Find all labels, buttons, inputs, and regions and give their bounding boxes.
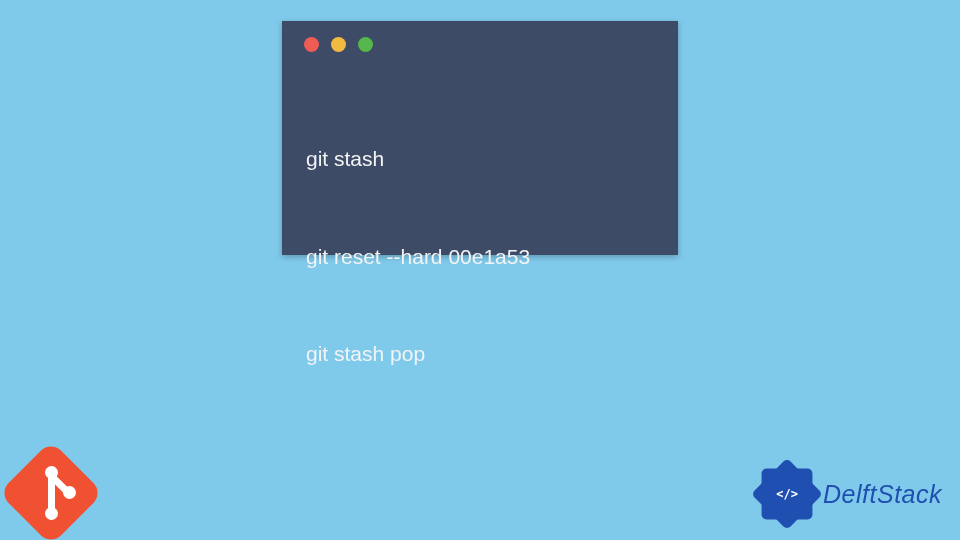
code-line: git stash — [306, 143, 654, 176]
delftstack-label: DelftStack — [823, 480, 942, 509]
delftstack-badge-icon: </> — [757, 464, 817, 524]
close-icon — [304, 37, 319, 52]
code-block: git stash git reset --hard 00e1a53 git s… — [282, 52, 678, 436]
delftstack-badge-glyph: </> — [770, 484, 804, 504]
git-logo-icon — [0, 441, 103, 540]
window-traffic-lights — [282, 21, 678, 52]
code-line: git stash pop — [306, 338, 654, 371]
delftstack-logo: </> DelftStack — [757, 464, 942, 524]
minimize-icon — [331, 37, 346, 52]
code-terminal-window: git stash git reset --hard 00e1a53 git s… — [282, 21, 678, 255]
code-line: git reset --hard 00e1a53 — [306, 241, 654, 274]
maximize-icon — [358, 37, 373, 52]
